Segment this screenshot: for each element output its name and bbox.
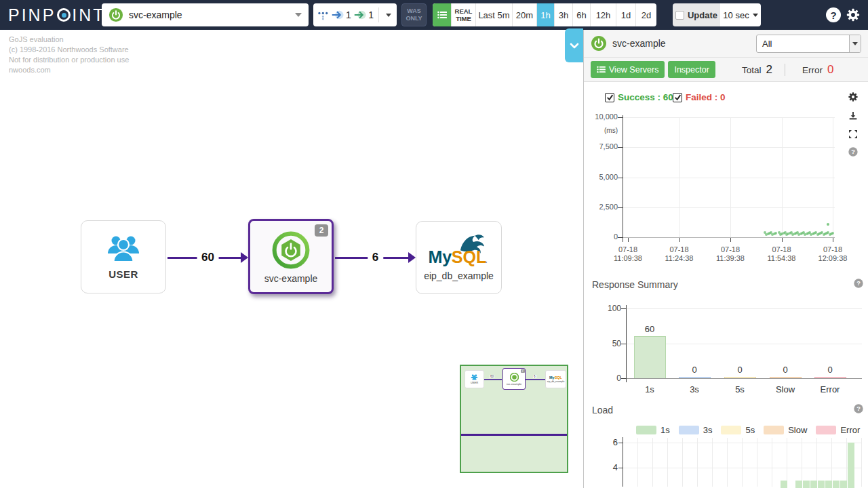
- load-bar-1s: [818, 481, 825, 488]
- chevron-down-icon: [386, 14, 391, 17]
- time-range-3h[interactable]: 3h: [554, 3, 572, 26]
- top-navbar: PINPINT svc-example 1 1 WAS ONLY REAL TI…: [0, 0, 868, 30]
- mysql-wordmark-my: My: [428, 247, 452, 266]
- load-bar-1s: [795, 481, 802, 488]
- realtime-button[interactable]: REAL TIME: [451, 3, 475, 26]
- list-icon: [597, 66, 606, 73]
- node-label: eip_db_example: [424, 270, 494, 281]
- minimap-link-count: 6: [533, 375, 536, 378]
- load-bar-1s: [781, 481, 787, 488]
- inspector-button[interactable]: Inspector: [668, 61, 715, 78]
- load-vgrid: [652, 438, 653, 487]
- list-icon: [437, 11, 447, 19]
- chevron-down-icon: [295, 13, 302, 17]
- realtime-line1: REAL: [455, 7, 473, 15]
- panel-header: svc-example All: [584, 30, 868, 58]
- server-map-canvas[interactable]: GoJS evaluation (c) 1998-2016 Northwoods…: [0, 30, 583, 488]
- minimap-node-db: MySQL eip_db_example: [545, 370, 566, 388]
- load-vgrid: [802, 438, 802, 487]
- inbound-arrow-icon: [331, 9, 344, 20]
- was-only-toggle[interactable]: WAS ONLY: [401, 3, 427, 26]
- search-depth-selector[interactable]: 1 1: [313, 3, 397, 26]
- map-link-svc-db[interactable]: 6: [335, 249, 416, 266]
- mysql-wordmark-dot: .: [485, 255, 488, 265]
- load-bar-1s: [840, 481, 847, 488]
- chevron-down-icon: [753, 14, 758, 17]
- link-call-count[interactable]: 6: [368, 249, 383, 266]
- load-vgrid: [846, 438, 847, 487]
- map-link-user-svc[interactable]: 60: [167, 249, 248, 266]
- time-range-1h[interactable]: 1h: [536, 3, 554, 26]
- inspector-label: Inspector: [674, 65, 709, 75]
- pinpoint-logo: PINPINT: [8, 5, 106, 25]
- time-range-last5m[interactable]: Last 5m: [475, 3, 512, 26]
- settings-gear-icon[interactable]: [846, 7, 861, 22]
- time-range-6h[interactable]: 6h: [572, 3, 590, 26]
- total-count: Total 2: [742, 58, 772, 82]
- arrowhead-icon: [241, 252, 248, 263]
- detail-side-panel: svc-example All View Servers Inspector T…: [583, 30, 868, 488]
- error-count: Error 0: [802, 58, 833, 82]
- time-range-20m[interactable]: 20m: [512, 3, 536, 26]
- time-range-1d[interactable]: 1d: [616, 3, 635, 26]
- update-interval-dropdown[interactable]: 10 sec: [720, 3, 761, 26]
- gojs-watermark: GoJS evaluation (c) 1998-2016 Northwoods…: [9, 35, 129, 75]
- update-checkbox[interactable]: [675, 11, 684, 20]
- map-node-eip-db-example[interactable]: My SQL . eip_db_example: [416, 221, 502, 294]
- minimap-label: svc-example: [507, 382, 521, 386]
- chevron-down-icon: [570, 43, 579, 49]
- instance-count-badge[interactable]: 2: [315, 224, 328, 237]
- auto-update-control: Update 10 sec: [673, 3, 761, 26]
- help-button[interactable]: ?: [826, 7, 841, 22]
- load-chart: 64: [584, 82, 868, 487]
- view-servers-button[interactable]: View Servers: [591, 61, 665, 78]
- load-hgrid: [623, 443, 862, 443]
- map-node-svc-example[interactable]: svc-example 2: [248, 219, 334, 294]
- springboot-logo-icon: [271, 230, 311, 270]
- load-vgrid: [712, 438, 713, 487]
- panel-title: svc-example: [612, 38, 666, 49]
- watermark-line: Not for distribution or production use: [9, 55, 129, 65]
- minimap-node-svc: svc-example 2: [502, 368, 526, 390]
- minimap-viewport-edge[interactable]: [461, 434, 567, 436]
- agent-filter-select[interactable]: All: [756, 35, 861, 53]
- outbound-arrow-icon: [353, 9, 366, 20]
- users-icon: [106, 235, 141, 263]
- query-list-button[interactable]: [433, 3, 451, 26]
- load-vgrid: [727, 438, 728, 487]
- link-call-count[interactable]: 60: [197, 249, 219, 266]
- minimap-link: [526, 379, 545, 380]
- was-only-line2: ONLY: [402, 15, 426, 22]
- load-vgrid: [757, 438, 757, 487]
- time-range-2d[interactable]: 2d: [635, 3, 656, 26]
- minimap-badge: 2: [521, 369, 525, 373]
- map-node-user[interactable]: USER: [81, 220, 166, 293]
- total-value: 2: [766, 63, 772, 77]
- update-toggle[interactable]: Update: [673, 3, 720, 26]
- minimap-link: [484, 379, 502, 380]
- watermark-line: (c) 1998-2016 Northwoods Software: [9, 45, 129, 55]
- inbound-depth-value: 1: [346, 9, 351, 20]
- application-selector[interactable]: svc-example: [102, 3, 309, 26]
- springboot-icon: [108, 7, 123, 22]
- springboot-icon: [591, 35, 607, 52]
- panel-toolbar: View Servers Inspector Total 2 Error 0: [584, 58, 868, 82]
- mysql-logo-icon: MySQL: [549, 375, 562, 380]
- time-range-12h[interactable]: 12h: [590, 3, 616, 26]
- load-vgrid: [697, 438, 698, 487]
- panel-charts-area: Success : 60 Failed : 0 ? 10,0007,5005,0…: [584, 82, 868, 487]
- load-vgrid: [816, 438, 817, 487]
- mysql-wordmark-sql: SQL: [451, 247, 486, 266]
- load-vgrid: [772, 438, 772, 487]
- map-overview-minimap[interactable]: USER 60 svc-example 2 6 MySQL eip_db_exa…: [460, 365, 568, 473]
- select-dropdown-button[interactable]: [849, 35, 861, 52]
- view-servers-label: View Servers: [609, 65, 658, 75]
- panel-collapse-tab[interactable]: [565, 28, 583, 62]
- load-vgrid: [787, 438, 787, 487]
- update-interval-value: 10 sec: [723, 10, 749, 20]
- minimap-label: eip_db_example: [547, 380, 565, 383]
- question-mark-icon: ?: [830, 9, 836, 21]
- load-bar-1s: [833, 481, 840, 488]
- update-label: Update: [688, 10, 717, 20]
- minimap-node-user: USER: [465, 370, 484, 388]
